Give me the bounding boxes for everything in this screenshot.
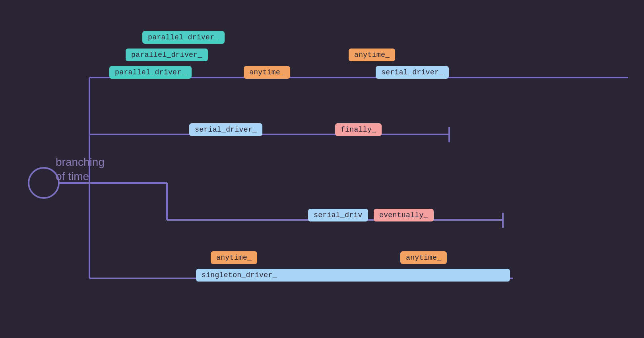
svg-point-0 [29, 168, 59, 198]
label-serial-driver-mid: serial_driver_ [189, 123, 262, 136]
label-parallel-driver-3: parallel_driver_ [109, 66, 192, 79]
label-anytime-bottom-left: anytime_ [211, 251, 257, 264]
label-anytime-row3: anytime_ [244, 66, 290, 79]
label-anytime-top: anytime_ [349, 49, 395, 61]
label-singleton-driver: singleton_driver_ [196, 269, 510, 282]
label-finally: finally_ [335, 123, 382, 136]
label-parallel-driver-1: parallel_driver_ [142, 31, 225, 44]
label-parallel-driver-2: parallel_driver_ [126, 49, 208, 61]
label-serial-driv-lower: serial_driv [308, 209, 368, 221]
label-anytime-bottom-right: anytime_ [400, 251, 447, 264]
branch-label: branchingof time [56, 155, 105, 184]
label-eventually: eventually_ [374, 209, 434, 221]
label-serial-driver-top: serial_driver_ [376, 66, 449, 79]
